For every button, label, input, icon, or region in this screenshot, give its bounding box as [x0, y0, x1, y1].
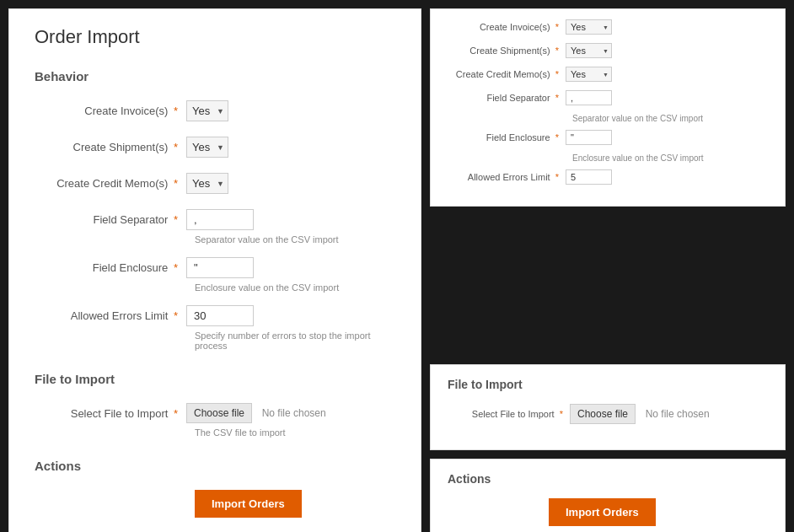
- field-enclosure-input[interactable]: [186, 257, 254, 278]
- allowed-errors-row: Allowed Errors Limit *: [35, 305, 395, 326]
- create-shipment-select-container: Yes No: [186, 137, 228, 158]
- field-enclosure-row: Field Enclosure *: [35, 257, 395, 278]
- field-enclosure-label: Field Enclosure *: [51, 261, 186, 274]
- right-create-shipment-select[interactable]: Yes No: [566, 43, 612, 58]
- right-actions-panel: Actions Import Orders: [430, 459, 786, 532]
- behavior-section-title: Behavior: [35, 69, 395, 83]
- right-select-file-label: Select File to Import *: [448, 409, 570, 419]
- right-create-credit-memo-label: Create Credit Memo(s) *: [443, 69, 566, 79]
- right-choose-file-button[interactable]: Choose file: [570, 404, 636, 424]
- dark-spacer: [430, 215, 786, 356]
- actions-section: Actions Import Orders: [35, 459, 395, 518]
- right-import-orders-button[interactable]: Import Orders: [549, 498, 656, 526]
- right-create-invoice-label: Create Invoice(s) *: [443, 22, 566, 32]
- choose-file-button[interactable]: Choose file: [186, 403, 252, 423]
- select-file-row: Select File to Import * Choose file No f…: [35, 403, 395, 423]
- create-credit-memo-select[interactable]: Yes No: [186, 173, 228, 194]
- right-field-separator-input[interactable]: [566, 90, 612, 105]
- create-credit-memo-select-container: Yes No: [186, 173, 228, 194]
- right-create-credit-memo-select[interactable]: Yes No: [566, 67, 612, 82]
- import-orders-button[interactable]: Import Orders: [195, 490, 302, 518]
- right-file-import-panel: File to Import Select File to Import * C…: [430, 364, 786, 450]
- no-file-label: No file chosen: [262, 407, 326, 419]
- right-allowed-errors-row: Allowed Errors Limit *: [443, 169, 772, 185]
- create-invoice-select[interactable]: Yes No: [186, 100, 228, 121]
- create-invoice-label: Create Invoice(s) *: [51, 105, 186, 117]
- create-shipment-row: Create Shipment(s) * Yes No: [35, 137, 395, 158]
- right-select-file-row: Select File to Import * Choose file No f…: [448, 404, 768, 424]
- field-separator-note: Separator value on the CSV import: [178, 234, 395, 245]
- right-field-enclosure-input[interactable]: [566, 130, 612, 145]
- allowed-errors-label: Allowed Errors Limit *: [51, 309, 186, 322]
- right-create-shipment-label: Create Shipment(s) *: [443, 46, 566, 56]
- right-create-invoice-row: Create Invoice(s) * Yes No: [443, 19, 772, 35]
- csv-note: The CSV file to import: [178, 427, 395, 438]
- actions-section-title: Actions: [35, 459, 395, 473]
- file-section-title: File to Import: [35, 372, 395, 386]
- create-shipment-label: Create Shipment(s) *: [51, 141, 186, 153]
- field-separator-row: Field Separator *: [35, 209, 395, 230]
- right-field-enclosure-label: Field Enclosure *: [443, 132, 566, 142]
- allowed-errors-input[interactable]: [186, 305, 254, 326]
- file-to-import-section: File to Import Select File to Import * C…: [35, 372, 395, 438]
- field-enclosure-note: Enclosure value on the CSV import: [178, 282, 395, 293]
- create-credit-memo-row: Create Credit Memo(s) * Yes No: [35, 173, 395, 194]
- right-create-credit-memo-row: Create Credit Memo(s) * Yes No: [443, 67, 772, 82]
- right-actions-title: Actions: [448, 472, 768, 486]
- field-separator-label: Field Separator *: [51, 213, 186, 226]
- create-invoice-select-container: Yes No: [186, 100, 228, 121]
- field-separator-input[interactable]: [186, 209, 254, 230]
- file-input-group: Choose file No file chosen: [186, 403, 326, 423]
- right-create-invoice-select[interactable]: Yes No: [566, 19, 612, 35]
- select-file-label: Select File to Import *: [51, 407, 186, 420]
- right-column: Create Invoice(s) * Yes No Create Shipme…: [430, 8, 786, 532]
- right-field-separator-row: Field Separator *: [443, 90, 772, 105]
- allowed-errors-note: Specify number of errors to stop the imp…: [178, 330, 395, 351]
- create-shipment-select[interactable]: Yes No: [186, 137, 228, 158]
- required-star: *: [170, 105, 178, 117]
- right-field-separator-note: Separator value on the CSV import: [572, 114, 772, 123]
- right-create-shipment-row: Create Shipment(s) * Yes No: [443, 43, 772, 58]
- right-file-section-title: File to Import: [448, 378, 768, 391]
- right-allowed-errors-label: Allowed Errors Limit *: [443, 172, 566, 182]
- right-no-file-label: No file chosen: [646, 408, 710, 420]
- create-credit-memo-label: Create Credit Memo(s) *: [51, 177, 186, 190]
- create-invoice-row: Create Invoice(s) * Yes No: [35, 100, 395, 121]
- right-field-enclosure-row: Field Enclosure *: [443, 130, 772, 145]
- main-form-panel: Order Import Behavior Create Invoice(s) …: [8, 8, 421, 532]
- page-title: Order Import: [35, 26, 395, 48]
- right-field-enclosure-note: Enclosure value on the CSV import: [572, 153, 772, 163]
- right-file-input-group: Choose file No file chosen: [570, 404, 710, 424]
- right-allowed-errors-input[interactable]: [566, 169, 612, 185]
- right-field-separator-label: Field Separator *: [443, 93, 566, 103]
- right-top-panel: Create Invoice(s) * Yes No Create Shipme…: [430, 8, 786, 207]
